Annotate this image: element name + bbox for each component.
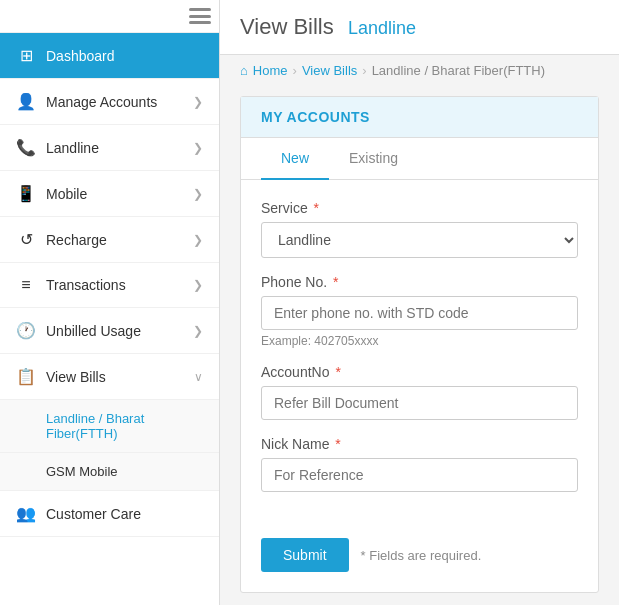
sidebar-item-label: Manage Accounts <box>46 94 157 110</box>
chevron-down-icon: ∨ <box>194 370 203 384</box>
main-content: View Bills Landline ⌂ Home › View Bills … <box>220 0 619 605</box>
form-footer: Submit * Fields are required. <box>241 528 598 592</box>
nickname-field-group: Nick Name * <box>261 436 578 492</box>
manage-accounts-icon: 👤 <box>16 92 36 111</box>
phone-label: Phone No. * <box>261 274 578 290</box>
nickname-input[interactable] <box>261 458 578 492</box>
sidebar-item-dashboard[interactable]: ⊞ Dashboard <box>0 33 219 79</box>
submenu-item-label: Landline / Bharat Fiber(FTTH) <box>46 411 144 441</box>
breadcrumb-view-bills[interactable]: View Bills <box>302 63 357 78</box>
hamburger-icon[interactable] <box>189 8 211 24</box>
customer-care-icon: 👥 <box>16 504 36 523</box>
chevron-right-icon: ❯ <box>193 233 203 247</box>
account-input[interactable] <box>261 386 578 420</box>
view-bills-icon: 📋 <box>16 367 36 386</box>
sidebar-item-unbilled-usage[interactable]: 🕐 Unbilled Usage ❯ <box>0 308 219 354</box>
page-subtitle: Landline <box>348 18 416 38</box>
submit-button[interactable]: Submit <box>261 538 349 572</box>
sidebar-item-label: Unbilled Usage <box>46 323 141 339</box>
sidebar-item-label: Dashboard <box>46 48 115 64</box>
sidebar-item-label: Customer Care <box>46 506 141 522</box>
recharge-icon: ↺ <box>16 230 36 249</box>
sidebar-item-transactions[interactable]: ≡ Transactions ❯ <box>0 263 219 308</box>
sidebar-item-manage-accounts[interactable]: 👤 Manage Accounts ❯ <box>0 79 219 125</box>
tab-bar: New Existing <box>241 138 598 180</box>
transactions-icon: ≡ <box>16 276 36 294</box>
sidebar-item-landline[interactable]: 📞 Landline ❯ <box>0 125 219 171</box>
chevron-right-icon: ❯ <box>193 187 203 201</box>
phone-field-group: Phone No. * Example: 402705xxxx <box>261 274 578 348</box>
breadcrumb-sep: › <box>293 63 297 78</box>
tab-existing[interactable]: Existing <box>329 138 418 180</box>
home-icon: ⌂ <box>240 63 248 78</box>
breadcrumb-sep: › <box>362 63 366 78</box>
chevron-right-icon: ❯ <box>193 95 203 109</box>
nickname-label: Nick Name * <box>261 436 578 452</box>
required-marker: * <box>333 274 338 290</box>
required-marker: * <box>314 200 319 216</box>
sidebar-top <box>0 0 219 33</box>
sidebar-item-label: Landline <box>46 140 99 156</box>
required-marker: * <box>335 436 340 452</box>
mobile-icon: 📱 <box>16 184 36 203</box>
sidebar-item-recharge[interactable]: ↺ Recharge ❯ <box>0 217 219 263</box>
service-label: Service * <box>261 200 578 216</box>
breadcrumb-current: Landline / Bharat Fiber(FTTH) <box>372 63 545 78</box>
submenu-item-label: GSM Mobile <box>46 464 118 479</box>
form-body: Service * Landline Mobile Fiber Phone No… <box>241 180 598 528</box>
chevron-right-icon: ❯ <box>193 141 203 155</box>
chevron-right-icon: ❯ <box>193 278 203 292</box>
sidebar-item-label: Mobile <box>46 186 87 202</box>
breadcrumb: ⌂ Home › View Bills › Landline / Bharat … <box>220 55 619 86</box>
sidebar-item-label: View Bills <box>46 369 106 385</box>
landline-icon: 📞 <box>16 138 36 157</box>
sidebar-item-landline-fiber[interactable]: Landline / Bharat Fiber(FTTH) <box>0 400 219 453</box>
service-field-group: Service * Landline Mobile Fiber <box>261 200 578 258</box>
chevron-right-icon: ❯ <box>193 324 203 338</box>
service-select[interactable]: Landline Mobile Fiber <box>261 222 578 258</box>
sidebar-item-mobile[interactable]: 📱 Mobile ❯ <box>0 171 219 217</box>
account-field-group: AccountNo * <box>261 364 578 420</box>
main-header: View Bills Landline <box>220 0 619 55</box>
sidebar-item-customer-care[interactable]: 👥 Customer Care <box>0 491 219 537</box>
unbilled-icon: 🕐 <box>16 321 36 340</box>
sidebar-item-label: Recharge <box>46 232 107 248</box>
view-bills-submenu: Landline / Bharat Fiber(FTTH) GSM Mobile <box>0 400 219 491</box>
dashboard-icon: ⊞ <box>16 46 36 65</box>
content-card: MY ACCOUNTS New Existing Service * Landl… <box>240 96 599 593</box>
required-note: * Fields are required. <box>361 548 482 563</box>
phone-hint: Example: 402705xxxx <box>261 334 578 348</box>
sidebar-item-label: Transactions <box>46 277 126 293</box>
account-label: AccountNo * <box>261 364 578 380</box>
sidebar-item-gsm-mobile[interactable]: GSM Mobile <box>0 453 219 491</box>
page-title: View Bills Landline <box>240 14 416 40</box>
tab-new[interactable]: New <box>261 138 329 180</box>
required-marker: * <box>335 364 340 380</box>
phone-input[interactable] <box>261 296 578 330</box>
breadcrumb-home[interactable]: Home <box>253 63 288 78</box>
sidebar-item-view-bills[interactable]: 📋 View Bills ∨ <box>0 354 219 400</box>
card-title: MY ACCOUNTS <box>241 97 598 138</box>
sidebar: ⊞ Dashboard 👤 Manage Accounts ❯ 📞 Landli… <box>0 0 220 605</box>
